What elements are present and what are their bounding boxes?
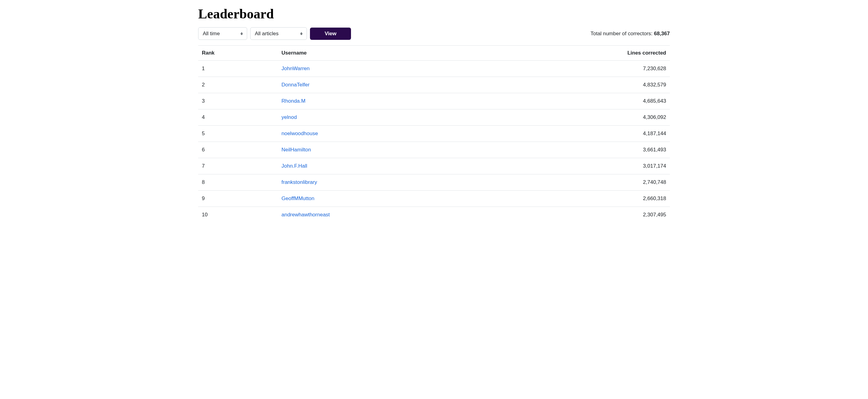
column-username: Username xyxy=(278,46,492,61)
lines-cell: 4,685,643 xyxy=(492,93,670,109)
rank-cell: 2 xyxy=(198,77,278,93)
column-lines: Lines corrected xyxy=(492,46,670,61)
username-cell: DonnaTelfer xyxy=(278,77,492,93)
rank-cell: 4 xyxy=(198,109,278,126)
lines-cell: 4,832,579 xyxy=(492,77,670,93)
rank-cell: 1 xyxy=(198,61,278,77)
username-cell: yelnod xyxy=(278,109,492,126)
lines-cell: 3,017,174 xyxy=(492,158,670,174)
lines-cell: 2,660,318 xyxy=(492,191,670,207)
column-rank: Rank xyxy=(198,46,278,61)
lines-cell: 4,306,092 xyxy=(492,109,670,126)
username-cell: noelwoodhouse xyxy=(278,126,492,142)
table-row: 1JohnWarren7,230,628 xyxy=(198,61,670,77)
username-link[interactable]: GeoffMMutton xyxy=(281,196,314,201)
rank-cell: 7 xyxy=(198,158,278,174)
rank-cell: 6 xyxy=(198,142,278,158)
controls-row: All time All articles View Total numb xyxy=(198,27,670,40)
table-row: 10andrewhawthorneast2,307,495 xyxy=(198,207,670,223)
rank-cell: 5 xyxy=(198,126,278,142)
table-row: 8frankstonlibrary2,740,748 xyxy=(198,174,670,191)
username-link[interactable]: frankstonlibrary xyxy=(281,179,317,185)
username-cell: GeoffMMutton xyxy=(278,191,492,207)
total-count: 68,367 xyxy=(654,31,670,36)
table-header-row: Rank Username Lines corrected xyxy=(198,46,670,61)
username-cell: Rhonda.M xyxy=(278,93,492,109)
table-row: 2DonnaTelfer4,832,579 xyxy=(198,77,670,93)
username-link[interactable]: yelnod xyxy=(281,114,297,120)
username-link[interactable]: DonnaTelfer xyxy=(281,82,310,88)
rank-cell: 8 xyxy=(198,174,278,191)
username-cell: andrewhawthorneast xyxy=(278,207,492,223)
username-cell: NeilHamilton xyxy=(278,142,492,158)
username-link[interactable]: NeilHamilton xyxy=(281,147,311,152)
username-link[interactable]: John.F.Hall xyxy=(281,163,307,169)
lines-cell: 7,230,628 xyxy=(492,61,670,77)
scope-filter-wrapper: All articles xyxy=(250,27,307,40)
controls-left: All time All articles View xyxy=(198,27,351,40)
table-row: 5noelwoodhouse4,187,144 xyxy=(198,126,670,142)
lines-cell: 2,740,748 xyxy=(492,174,670,191)
username-cell: frankstonlibrary xyxy=(278,174,492,191)
total-label: Total number of correctors: xyxy=(590,31,654,36)
rank-cell: 3 xyxy=(198,93,278,109)
table-row: 3Rhonda.M4,685,643 xyxy=(198,93,670,109)
username-link[interactable]: Rhonda.M xyxy=(281,98,305,104)
lines-cell: 4,187,144 xyxy=(492,126,670,142)
rank-cell: 9 xyxy=(198,191,278,207)
leaderboard-table: Rank Username Lines corrected 1JohnWarre… xyxy=(198,45,670,223)
username-cell: John.F.Hall xyxy=(278,158,492,174)
rank-cell: 10 xyxy=(198,207,278,223)
table-row: 6NeilHamilton3,661,493 xyxy=(198,142,670,158)
table-row: 7John.F.Hall3,017,174 xyxy=(198,158,670,174)
page-title: Leaderboard xyxy=(198,6,670,22)
table-row: 4yelnod4,306,092 xyxy=(198,109,670,126)
username-link[interactable]: JohnWarren xyxy=(281,65,310,72)
username-cell: JohnWarren xyxy=(278,61,492,77)
username-link[interactable]: noelwoodhouse xyxy=(281,131,318,136)
username-link[interactable]: andrewhawthorneast xyxy=(281,212,330,218)
table-row: 9GeoffMMutton2,660,318 xyxy=(198,191,670,207)
total-correctors: Total number of correctors: 68,367 xyxy=(590,31,670,37)
lines-cell: 2,307,495 xyxy=(492,207,670,223)
time-filter-wrapper: All time xyxy=(198,27,247,40)
scope-filter-select[interactable]: All articles xyxy=(250,27,307,40)
view-button[interactable]: View xyxy=(310,28,351,40)
time-filter-select[interactable]: All time xyxy=(198,27,247,40)
lines-cell: 3,661,493 xyxy=(492,142,670,158)
